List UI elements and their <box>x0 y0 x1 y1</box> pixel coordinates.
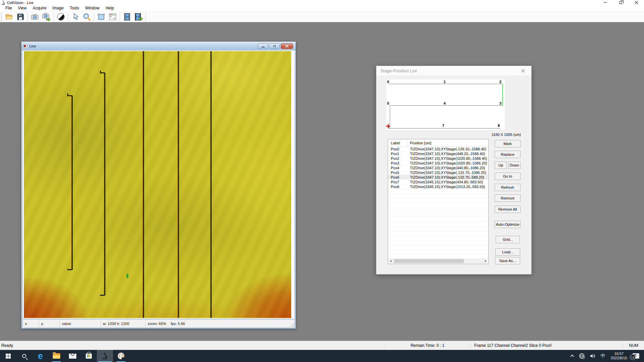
taskbar-file-explorer-button[interactable] <box>48 350 65 362</box>
sequence-export-button[interactable] <box>133 12 144 22</box>
menu-acquire[interactable]: Acquire <box>30 5 49 11</box>
table-row[interactable]: Pos5TIZDrive(3347.10);XYStage(-132.70,-1… <box>388 170 488 175</box>
taskbar-paint3d-button[interactable] <box>113 350 129 362</box>
open-file-button[interactable] <box>3 12 15 22</box>
refresh-button[interactable]: Refresh <box>495 184 521 191</box>
menu-window[interactable]: Window <box>82 5 103 11</box>
live-close-button[interactable] <box>281 43 293 49</box>
table-row[interactable]: Pos8TIZDrive(3345.15);XYStage(1013.20,-5… <box>388 184 488 189</box>
specimen-line-2 <box>104 73 105 295</box>
table-row[interactable]: Pos0TIZDrive(3347.10);XYStage(-139.10,-1… <box>388 147 488 151</box>
taskbar-mail-button[interactable] <box>65 350 81 362</box>
remove-button[interactable]: Remove <box>495 194 521 202</box>
down-button[interactable]: Down <box>508 161 521 169</box>
live-restore-button[interactable] <box>269 43 279 49</box>
map-point-4: 4 <box>444 102 446 105</box>
close-button[interactable] <box>629 0 644 5</box>
menu-file[interactable]: File <box>2 5 15 11</box>
tray-notifications-button[interactable]: 12 <box>630 350 644 362</box>
menu-image[interactable]: Image <box>49 5 67 11</box>
scroll-right-arrow-icon[interactable] <box>483 258 488 263</box>
contrast-button[interactable] <box>55 12 67 22</box>
position-table[interactable]: Label Position [um] Pos0TIZDrive(3347.10… <box>388 139 489 264</box>
window-controls <box>598 0 644 5</box>
minimize-button[interactable] <box>598 0 613 5</box>
capture-button[interactable] <box>29 12 41 22</box>
taskbar-empty-area <box>129 350 569 362</box>
window-layout-button[interactable] <box>107 12 118 22</box>
sequence-button[interactable] <box>121 12 133 22</box>
toolbar-separator <box>28 12 28 21</box>
horizontal-scrollbar[interactable] <box>388 258 488 263</box>
auto-optimize-button[interactable]: Auto-Optimize <box>495 221 521 228</box>
scrollbar-thumb[interactable] <box>394 259 464 263</box>
up-button[interactable]: Up <box>495 161 507 169</box>
table-row[interactable]: Pos3TIZDrive(3347.10);XYStage(1020.80,-1… <box>388 161 488 166</box>
remove-all-button[interactable]: Remove All <box>495 206 521 213</box>
restore-button[interactable] <box>613 0 629 5</box>
table-row-empty <box>388 250 488 255</box>
menu-view[interactable]: View <box>15 5 30 11</box>
line-foot <box>67 269 72 270</box>
network-globe-icon <box>579 353 585 359</box>
grid-button[interactable]: Grid... <box>496 236 520 243</box>
load-button[interactable]: Load... <box>495 248 520 256</box>
replace-button[interactable]: Replace <box>495 151 521 158</box>
status-numlock: NUM <box>623 343 644 348</box>
taskbar-search-button[interactable] <box>16 350 32 362</box>
app-statusbar: Ready Remain Time: 0 : 1 Frame 117 Chann… <box>0 341 644 350</box>
table-row-selected[interactable]: Pos6TIZDrive(3347.10);XYStage(-132.70,-5… <box>388 175 488 180</box>
zoom-tool-button[interactable] <box>81 12 92 22</box>
notification-icon: 12 <box>633 353 639 359</box>
taskbar-store-button[interactable] <box>81 350 97 362</box>
menu-help[interactable]: Help <box>103 5 117 11</box>
green-artifact-dot <box>127 274 128 278</box>
live-minimize-button[interactable] <box>258 43 268 49</box>
menu-tools[interactable]: Tools <box>67 5 82 11</box>
restore-icon <box>273 45 276 47</box>
taskbar-cellvision-button[interactable] <box>97 350 113 362</box>
tray-clock[interactable]: 16:57 2022/8/15 <box>608 352 630 360</box>
app-title: CellVision - Live <box>7 1 34 5</box>
table-row[interactable]: Pos4TIZDrive(3347.10);XYStage(440.80,-10… <box>388 166 488 170</box>
live-titlebar[interactable]: Live <box>22 42 296 50</box>
line-hook <box>67 95 72 96</box>
tray-network-button[interactable] <box>576 350 587 362</box>
capture-export-button[interactable] <box>41 12 52 22</box>
table-row[interactable]: Pos1TIZDrive(3347.10);XYStage(448.20,-15… <box>388 151 488 156</box>
save-icon <box>16 13 25 21</box>
roi-select-button[interactable] <box>96 12 107 22</box>
table-row-empty <box>388 222 488 227</box>
table-row[interactable]: Pos7TIZDrive(3345.15);XYStage(434.80,-58… <box>388 180 488 184</box>
toolbar-grip[interactable] <box>1 13 2 21</box>
scroll-left-arrow-icon[interactable] <box>388 258 393 263</box>
tray-chevron-button[interactable] <box>569 350 576 362</box>
row-position: TIZDrive(3345.15);XYStage(1013.20,-583.5… <box>408 184 485 189</box>
row-position: TIZDrive(3347.10);XYStage(448.20,-1588.4… <box>408 151 485 156</box>
row-position: TIZDrive(3345.15);XYStage(434.80,-583.50… <box>408 180 483 184</box>
goto-button[interactable]: Go to <box>495 173 521 180</box>
table-row[interactable]: Pos2TIZDrive(3347.10);XYStage(1020.80,-1… <box>388 156 488 161</box>
close-icon <box>285 44 289 48</box>
save-as-button[interactable]: Save As... <box>495 257 520 264</box>
tray-ime-button[interactable]: 中 <box>598 350 608 362</box>
live-window-title: Live <box>29 44 36 48</box>
taskbar-edge-button[interactable] <box>32 350 48 362</box>
dialog-titlebar[interactable]: Stage-Position List <box>376 66 531 75</box>
column-header-label[interactable]: Label <box>388 140 408 146</box>
save-button[interactable] <box>15 12 26 22</box>
status-frame-info: Frame 117 Channel Channel2 Slice 0 Pos0 <box>471 343 623 348</box>
start-button[interactable] <box>0 350 16 362</box>
table-row-empty <box>388 213 488 217</box>
image-size-readout: w: 1200 h: 1200 <box>101 320 146 327</box>
column-header-position[interactable]: Position [um] <box>408 141 431 145</box>
dialog-close-button[interactable] <box>517 66 529 75</box>
dialog-title: Stage-Position List <box>380 68 417 73</box>
pointer-tool-button[interactable] <box>70 12 81 22</box>
tray-volume-button[interactable] <box>587 350 598 362</box>
map-point-5: 5 <box>387 102 389 105</box>
scrollbar-track[interactable] <box>393 258 483 263</box>
mark-button[interactable]: Mark <box>495 140 521 147</box>
status-remain-time: Remain Time: 0 : 1 <box>384 343 470 348</box>
map-point-8: 8 <box>498 124 500 128</box>
